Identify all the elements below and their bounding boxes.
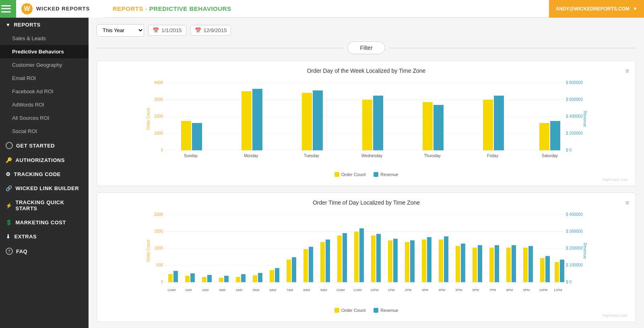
hamburger-icon [1, 5, 11, 12]
chart1-title: Order Day of the Week Localized by Time … [105, 68, 627, 74]
sidebar-item-marketing-cost[interactable]: 💲 MARKETING COST [0, 215, 89, 230]
svg-rect-29 [423, 102, 433, 150]
svg-text:1000: 1000 [154, 246, 163, 250]
date-range-select[interactable]: This Year Last Year Last 30 Days Custom [97, 24, 144, 37]
svg-text:4000: 4000 [154, 80, 163, 85]
question-icon: ? [6, 248, 13, 255]
svg-rect-70 [253, 275, 257, 282]
svg-text:3000: 3000 [154, 97, 163, 102]
svg-text:9PM: 9PM [523, 288, 530, 292]
chart1-svg: 4000 3000 2000 1000 0 $ 800000 $ 600000 … [105, 79, 627, 167]
svg-text:Monday: Monday [244, 154, 258, 158]
svg-rect-107 [461, 244, 465, 282]
svg-text:$ 400000: $ 400000 [566, 212, 583, 217]
sidebar-item-social-roi[interactable]: Social ROI [0, 125, 89, 138]
svg-text:Tuesday: Tuesday [304, 154, 319, 158]
legend-revenue-2: Revenue [374, 308, 398, 313]
chevron-down-icon: ▼ [6, 22, 10, 28]
chart-order-time-of-day: Order Time of Day Localized by Time Zone… [97, 193, 636, 322]
svg-rect-71 [258, 273, 262, 282]
svg-rect-122 [545, 256, 550, 282]
thermometer-icon: 🌡 [6, 234, 11, 240]
svg-text:$ 600000: $ 600000 [566, 97, 583, 102]
svg-text:5PM: 5PM [456, 288, 462, 292]
sidebar-item-tracking-code[interactable]: ⚙ TRACKING CODE [0, 167, 89, 181]
sidebar-item-faq[interactable]: ? FAQ [0, 244, 89, 259]
start-date-input[interactable]: 📅 1/1/2015 [148, 25, 186, 36]
chart1-menu-icon[interactable]: ≡ [625, 68, 629, 75]
sidebar-item-customer-geography[interactable]: Customer Geography [0, 58, 89, 72]
svg-rect-119 [528, 246, 533, 282]
sidebar-item-facebook-ad-roi[interactable]: Facebook Ad ROI [0, 85, 89, 98]
svg-text:2PM: 2PM [405, 288, 412, 292]
svg-rect-124 [555, 262, 559, 282]
svg-rect-103 [439, 240, 443, 282]
svg-text:$ 200000: $ 200000 [566, 246, 583, 250]
svg-rect-33 [494, 96, 504, 150]
svg-rect-109 [473, 248, 477, 282]
svg-text:8PM: 8PM [506, 288, 513, 292]
svg-rect-74 [275, 268, 279, 282]
calendar-icon-2: 📅 [195, 27, 201, 33]
svg-text:0: 0 [161, 148, 163, 152]
sidebar-item-sales-leads[interactable]: Sales & Leads [0, 32, 89, 45]
svg-rect-118 [523, 248, 528, 282]
svg-rect-61 [202, 277, 206, 282]
svg-text:Order Count: Order Count [146, 240, 151, 262]
sidebar-item-adwords-roi[interactable]: AdWords ROI [0, 98, 89, 111]
sidebar-item-extras[interactable]: 🌡 EXTRAS [0, 230, 89, 244]
svg-text:7AM: 7AM [287, 288, 293, 292]
svg-text:10PM: 10PM [539, 288, 548, 292]
sidebar-item-wicked-link-builder[interactable]: 🔗 WICKED LINK BUILDER [0, 181, 89, 195]
svg-rect-17 [181, 121, 191, 150]
svg-text:Order Count: Order Count [146, 108, 151, 130]
legend-dot-yellow-2 [334, 308, 339, 313]
link-icon: 🔗 [6, 185, 12, 191]
svg-rect-55 [168, 274, 173, 282]
circle-icon [6, 142, 13, 149]
user-menu[interactable]: ANDY@WICKEDREPORTS.COM ▼ [549, 0, 644, 18]
svg-text:1500: 1500 [154, 229, 163, 234]
svg-text:$ 300000: $ 300000 [566, 229, 583, 234]
legend-dot-blue-2 [374, 308, 378, 313]
svg-rect-62 [207, 275, 212, 282]
title-prefix: REPORTS - [113, 5, 149, 12]
svg-rect-36 [550, 121, 560, 150]
svg-text:$ 800000: $ 800000 [566, 80, 583, 85]
dollar-icon: 💲 [6, 219, 12, 226]
sidebar-item-predictive-behaviors[interactable]: Predictive Behaviors [0, 45, 89, 58]
svg-text:4PM: 4PM [439, 288, 446, 292]
end-date-input[interactable]: 📅 12/9/2015 [190, 25, 231, 36]
sidebar-item-tracking-quick-starts[interactable]: ⚡ TRACKING QUICK STARTS [0, 195, 89, 215]
user-email: ANDY@WICKEDREPORTS.COM [555, 6, 630, 12]
sidebar-item-get-started[interactable]: GET STARTED [0, 138, 89, 153]
svg-text:6AM: 6AM [270, 288, 277, 292]
chart2-legend: Order Count Revenue [105, 308, 627, 313]
svg-rect-106 [456, 246, 460, 282]
svg-rect-86 [343, 233, 347, 282]
legend-revenue-1: Revenue [374, 172, 398, 177]
svg-text:5AM: 5AM [253, 288, 260, 292]
wicked-reports-logo-icon: W [21, 3, 33, 15]
filter-button[interactable]: Filter [347, 41, 385, 54]
hamburger-menu[interactable] [0, 0, 16, 18]
svg-text:500: 500 [156, 263, 163, 267]
svg-text:4AM: 4AM [236, 288, 243, 292]
sidebar-item-all-sources-roi[interactable]: All Sources ROI [0, 111, 89, 125]
svg-rect-77 [292, 257, 296, 282]
svg-rect-92 [376, 234, 381, 282]
main-content: This Year Last Year Last 30 Days Custom … [89, 18, 644, 328]
svg-rect-58 [185, 276, 190, 282]
svg-rect-23 [302, 93, 312, 150]
svg-rect-56 [173, 271, 178, 282]
svg-rect-125 [560, 260, 564, 282]
controls-row: This Year Last Year Last 30 Days Custom … [97, 24, 636, 37]
svg-text:Friday: Friday [487, 154, 498, 158]
sidebar-item-authorizations[interactable]: 🔑 AUTHORIZATIONS [0, 153, 89, 167]
chart2-menu-icon[interactable]: ≡ [625, 199, 629, 207]
sidebar-item-reports[interactable]: ▼ REPORTS [0, 18, 89, 32]
sidebar-item-email-roi[interactable]: Email ROI [0, 72, 89, 85]
svg-text:1AM: 1AM [185, 288, 192, 292]
svg-rect-67 [236, 277, 240, 282]
brand-name: WICKED REPORTS [36, 6, 90, 12]
